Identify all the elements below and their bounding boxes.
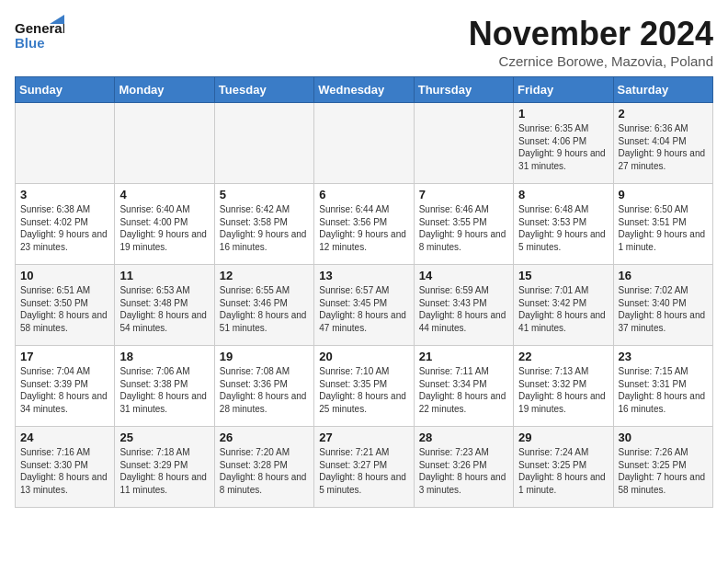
day-info: Sunrise: 7:24 AM Sunset: 3:25 PM Dayligh… (518, 446, 608, 496)
logo-icon: General Blue (15, 15, 64, 59)
day-info: Sunrise: 6:48 AM Sunset: 3:53 PM Dayligh… (518, 203, 608, 253)
day-info: Sunrise: 7:21 AM Sunset: 3:27 PM Dayligh… (319, 446, 408, 496)
header: General Blue November 2024 Czernice Boro… (15, 15, 713, 69)
day-info: Sunrise: 6:57 AM Sunset: 3:45 PM Dayligh… (319, 284, 408, 334)
calendar-cell: 20Sunrise: 7:10 AM Sunset: 3:35 PM Dayli… (314, 346, 414, 427)
day-info: Sunrise: 7:20 AM Sunset: 3:28 PM Dayligh… (220, 446, 309, 496)
day-info: Sunrise: 6:53 AM Sunset: 3:48 PM Dayligh… (119, 284, 209, 334)
day-number: 5 (220, 188, 309, 201)
day-number: 21 (419, 350, 508, 363)
day-number: 23 (619, 350, 708, 363)
day-number: 14 (419, 269, 508, 282)
day-info: Sunrise: 7:13 AM Sunset: 3:32 PM Dayligh… (518, 365, 608, 415)
calendar-cell: 9Sunrise: 6:50 AM Sunset: 3:51 PM Daylig… (613, 184, 712, 265)
calendar-cell: 22Sunrise: 7:13 AM Sunset: 3:32 PM Dayli… (514, 346, 613, 427)
day-number: 11 (119, 269, 209, 282)
day-number: 25 (119, 431, 209, 444)
day-number: 30 (619, 431, 708, 444)
day-number: 26 (220, 431, 309, 444)
day-number: 12 (220, 269, 309, 282)
day-number: 15 (518, 269, 608, 282)
week-row-4: 17Sunrise: 7:04 AM Sunset: 3:39 PM Dayli… (16, 346, 713, 427)
calendar-cell: 25Sunrise: 7:18 AM Sunset: 3:29 PM Dayli… (115, 427, 214, 508)
day-info: Sunrise: 7:06 AM Sunset: 3:38 PM Dayligh… (119, 365, 209, 415)
day-number: 7 (419, 188, 508, 201)
calendar-cell (115, 103, 214, 184)
week-row-3: 10Sunrise: 6:51 AM Sunset: 3:50 PM Dayli… (16, 265, 713, 346)
calendar-cell: 17Sunrise: 7:04 AM Sunset: 3:39 PM Dayli… (16, 346, 115, 427)
weekday-header-tuesday: Tuesday (214, 77, 313, 103)
calendar-cell: 24Sunrise: 7:16 AM Sunset: 3:30 PM Dayli… (16, 427, 115, 508)
day-number: 4 (119, 188, 209, 201)
calendar-cell: 23Sunrise: 7:15 AM Sunset: 3:31 PM Dayli… (613, 346, 712, 427)
day-info: Sunrise: 7:01 AM Sunset: 3:42 PM Dayligh… (518, 284, 608, 334)
weekday-header-thursday: Thursday (414, 77, 513, 103)
day-number: 20 (319, 350, 408, 363)
logo: General Blue (15, 15, 64, 59)
day-info: Sunrise: 6:44 AM Sunset: 3:56 PM Dayligh… (319, 203, 408, 253)
day-info: Sunrise: 6:36 AM Sunset: 4:04 PM Dayligh… (619, 122, 708, 172)
day-info: Sunrise: 6:59 AM Sunset: 3:43 PM Dayligh… (419, 284, 508, 334)
calendar-cell (314, 103, 414, 184)
weekday-header-sunday: Sunday (16, 77, 115, 103)
month-title: November 2024 (469, 15, 713, 53)
day-number: 27 (319, 431, 408, 444)
day-number: 28 (419, 431, 508, 444)
calendar-cell: 27Sunrise: 7:21 AM Sunset: 3:27 PM Dayli… (314, 427, 414, 508)
calendar-cell: 5Sunrise: 6:42 AM Sunset: 3:58 PM Daylig… (214, 184, 313, 265)
day-number: 6 (319, 188, 408, 201)
calendar-cell: 4Sunrise: 6:40 AM Sunset: 4:00 PM Daylig… (115, 184, 214, 265)
day-info: Sunrise: 7:08 AM Sunset: 3:36 PM Dayligh… (220, 365, 309, 415)
calendar-cell: 14Sunrise: 6:59 AM Sunset: 3:43 PM Dayli… (414, 265, 513, 346)
day-number: 9 (619, 188, 708, 201)
calendar-cell: 15Sunrise: 7:01 AM Sunset: 3:42 PM Dayli… (514, 265, 613, 346)
calendar-cell: 11Sunrise: 6:53 AM Sunset: 3:48 PM Dayli… (115, 265, 214, 346)
calendar-cell: 3Sunrise: 6:38 AM Sunset: 4:02 PM Daylig… (16, 184, 115, 265)
day-number: 24 (20, 431, 109, 444)
day-info: Sunrise: 7:10 AM Sunset: 3:35 PM Dayligh… (319, 365, 408, 415)
calendar-cell: 2Sunrise: 6:36 AM Sunset: 4:04 PM Daylig… (613, 103, 712, 184)
week-row-1: 1Sunrise: 6:35 AM Sunset: 4:06 PM Daylig… (16, 103, 713, 184)
day-number: 29 (518, 431, 608, 444)
calendar-cell: 19Sunrise: 7:08 AM Sunset: 3:36 PM Dayli… (214, 346, 313, 427)
day-number: 8 (518, 188, 608, 201)
location: Czernice Borowe, Mazovia, Poland (469, 53, 713, 69)
day-number: 19 (220, 350, 309, 363)
day-info: Sunrise: 6:46 AM Sunset: 3:55 PM Dayligh… (419, 203, 508, 253)
svg-marker-2 (50, 15, 64, 24)
calendar-cell: 7Sunrise: 6:46 AM Sunset: 3:55 PM Daylig… (414, 184, 513, 265)
calendar-cell (16, 103, 115, 184)
day-number: 18 (119, 350, 209, 363)
calendar-table: SundayMondayTuesdayWednesdayThursdayFrid… (15, 76, 713, 508)
calendar-cell: 26Sunrise: 7:20 AM Sunset: 3:28 PM Dayli… (214, 427, 313, 508)
day-number: 13 (319, 269, 408, 282)
calendar-cell (214, 103, 313, 184)
calendar-cell (414, 103, 513, 184)
calendar-cell: 28Sunrise: 7:23 AM Sunset: 3:26 PM Dayli… (414, 427, 513, 508)
day-info: Sunrise: 7:16 AM Sunset: 3:30 PM Dayligh… (20, 446, 109, 496)
day-info: Sunrise: 6:35 AM Sunset: 4:06 PM Dayligh… (518, 122, 608, 172)
calendar-cell: 6Sunrise: 6:44 AM Sunset: 3:56 PM Daylig… (314, 184, 414, 265)
weekday-header-monday: Monday (115, 77, 214, 103)
week-row-5: 24Sunrise: 7:16 AM Sunset: 3:30 PM Dayli… (16, 427, 713, 508)
day-info: Sunrise: 6:38 AM Sunset: 4:02 PM Dayligh… (20, 203, 109, 253)
calendar-cell: 8Sunrise: 6:48 AM Sunset: 3:53 PM Daylig… (514, 184, 613, 265)
calendar-cell: 12Sunrise: 6:55 AM Sunset: 3:46 PM Dayli… (214, 265, 313, 346)
calendar-cell: 21Sunrise: 7:11 AM Sunset: 3:34 PM Dayli… (414, 346, 513, 427)
calendar-cell: 18Sunrise: 7:06 AM Sunset: 3:38 PM Dayli… (115, 346, 214, 427)
day-number: 22 (518, 350, 608, 363)
day-number: 17 (20, 350, 109, 363)
weekday-header-wednesday: Wednesday (314, 77, 414, 103)
day-number: 1 (518, 107, 608, 121)
weekday-header-saturday: Saturday (613, 77, 712, 103)
day-info: Sunrise: 7:26 AM Sunset: 3:25 PM Dayligh… (619, 446, 708, 496)
calendar-cell: 29Sunrise: 7:24 AM Sunset: 3:25 PM Dayli… (514, 427, 613, 508)
day-info: Sunrise: 6:42 AM Sunset: 3:58 PM Dayligh… (220, 203, 309, 253)
title-area: November 2024 Czernice Borowe, Mazovia, … (469, 15, 713, 69)
day-number: 3 (20, 188, 109, 201)
weekday-header-row: SundayMondayTuesdayWednesdayThursdayFrid… (16, 77, 713, 103)
svg-text:Blue: Blue (15, 35, 45, 51)
day-info: Sunrise: 7:15 AM Sunset: 3:31 PM Dayligh… (619, 365, 708, 415)
calendar-cell: 16Sunrise: 7:02 AM Sunset: 3:40 PM Dayli… (613, 265, 712, 346)
day-info: Sunrise: 7:04 AM Sunset: 3:39 PM Dayligh… (20, 365, 109, 415)
